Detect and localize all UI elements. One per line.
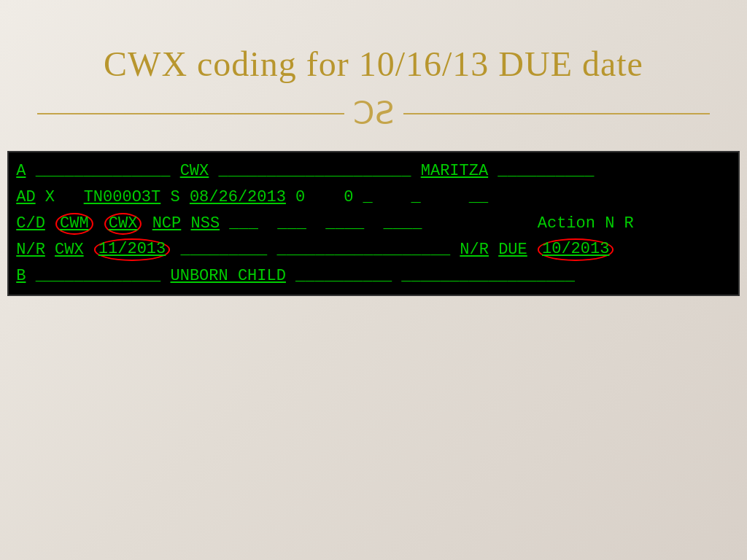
row1-maritza: MARITZA — [421, 160, 488, 183]
row1-underscores1: ______________ — [26, 160, 179, 183]
row3-space4 — [181, 212, 190, 236]
row4-space3 — [489, 238, 498, 262]
row5-unborn: UNBORN CHILD — [170, 265, 285, 288]
row2-vals: 0 0 _ _ __ — [286, 186, 488, 209]
row4-space4 — [527, 238, 537, 262]
row1-a: A — [16, 160, 26, 183]
row4-due-date-circle: 10/2013 — [538, 238, 614, 260]
row4-nr2: N/R — [460, 238, 489, 262]
row2-tn: TN000O3T — [84, 186, 161, 209]
row5-b: B — [16, 265, 26, 288]
row4-due-date: 10/2013 — [542, 240, 609, 258]
row4-date-circle: 11/2013 — [94, 238, 170, 260]
row4-date: 11/2013 — [98, 240, 166, 258]
main-title: CWX coding for 10/16/13 DUE date — [0, 44, 747, 84]
row3-blanks: ___ ___ ____ ____ — [220, 212, 538, 236]
row3-cwx: CWX — [109, 214, 138, 233]
row4-cwx: CWX — [55, 238, 84, 262]
row1-underscores3: __________ — [488, 160, 594, 183]
divider: ƆƧ — [37, 98, 710, 129]
row3-space2 — [94, 212, 104, 236]
row2-x: X — [36, 186, 84, 209]
row2-ad: AD — [16, 186, 35, 209]
row3-action: Action N R — [538, 212, 634, 236]
row3-cwm: CWM — [60, 214, 89, 233]
row4-nr1: N/R — [16, 238, 45, 262]
row4-underscores: _________ __________________ — [171, 238, 460, 262]
terminal-row-2: AD X TN000O3T S 08/26/2013 0 0 _ _ __ — [9, 184, 738, 211]
terminal-row-4: N/R CWX 11/2013 _________ ______________… — [9, 237, 738, 263]
row1-underscores2: ____________________ — [209, 160, 420, 183]
slide: CWX coding for 10/16/13 DUE date ƆƧ A __… — [0, 0, 747, 560]
row2-s: S — [160, 186, 190, 209]
row5-underscores1: _____________ — [26, 265, 170, 288]
terminal-row-3: C/D CWM CWX NCP NSS ___ ___ ____ ____ Ac… — [9, 211, 738, 237]
row3-cwx-circle: CWX — [104, 213, 142, 235]
row4-due: DUE — [498, 238, 527, 262]
divider-line-left — [37, 113, 344, 114]
row4-space2 — [84, 238, 93, 262]
row4-space1 — [45, 238, 55, 262]
row5-underscores2: __________ __________________ — [286, 265, 575, 288]
divider-line-right — [403, 113, 710, 114]
terminal-row-1: A ______________ CWX ___________________… — [9, 158, 738, 184]
terminal-row-5: B _____________ UNBORN CHILD __________ … — [9, 263, 738, 289]
terminal-screen: A ______________ CWX ___________________… — [7, 151, 740, 296]
row2-date: 08/26/2013 — [190, 186, 286, 209]
title-area: CWX coding for 10/16/13 DUE date — [0, 0, 747, 91]
row3-nss: NSS — [190, 212, 220, 236]
row3-cwm-circle: CWM — [55, 213, 93, 235]
row3-space1 — [45, 212, 55, 236]
divider-ornament: ƆƧ — [353, 98, 395, 129]
row3-ncp: NCP — [152, 212, 182, 236]
row3-space3 — [142, 212, 152, 236]
row1-cwx: CWX — [180, 160, 209, 183]
row3-cd: C/D — [16, 212, 45, 236]
